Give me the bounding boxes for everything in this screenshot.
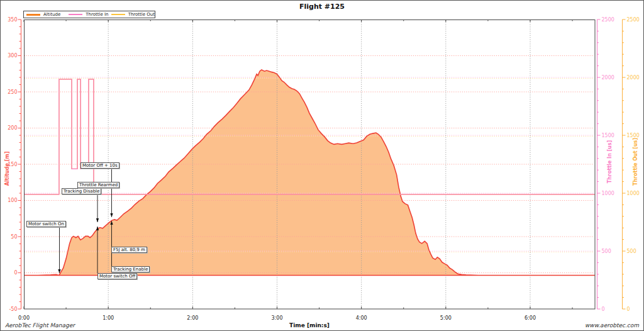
svg-text:1500: 1500: [602, 133, 614, 138]
svg-text:-50: -50: [9, 306, 17, 312]
svg-text:200: 200: [8, 125, 17, 131]
svg-text:6:00: 6:00: [525, 315, 536, 321]
throttle-in-axis-title: Throttle In [us]: [607, 140, 613, 183]
svg-text:500: 500: [627, 249, 636, 254]
altitude-axis-title: Altitude [m]: [4, 152, 10, 186]
annotation-f5j-alt-80-9-m: F5J alt. 80,9 m: [111, 247, 147, 253]
flight-manager-window: Flight #125 AltitudeThrottle InThrottle …: [0, 0, 644, 331]
svg-text:50: 50: [11, 234, 17, 240]
throttle-out-axis-title: Throttle Out [us]: [633, 138, 638, 186]
svg-text:0: 0: [627, 306, 630, 312]
svg-text:0: 0: [602, 306, 605, 312]
svg-text:2500: 2500: [602, 17, 614, 23]
svg-text:0:00: 0:00: [18, 315, 30, 321]
svg-text:0: 0: [14, 270, 17, 276]
website-label: www.aerobtec.com: [585, 322, 639, 328]
annotation-tracking-enable: Tracking Enable: [111, 266, 150, 272]
annotation-motor-switch-off: Motor switch Off: [97, 273, 137, 279]
svg-text:4:00: 4:00: [356, 315, 367, 321]
svg-text:1:00: 1:00: [103, 315, 114, 321]
svg-text:3:00: 3:00: [272, 315, 283, 321]
annotation-throttle-rearmed: Throttle Rearmed: [77, 182, 119, 188]
svg-text:1000: 1000: [627, 191, 640, 196]
svg-text:300: 300: [8, 53, 17, 59]
annotation-motor-off-10s: Motor Off + 10s: [80, 162, 119, 169]
svg-text:500: 500: [602, 249, 611, 254]
svg-text:2:00: 2:00: [187, 315, 198, 321]
time-axis-label: Time [min:s]: [1, 322, 618, 328]
svg-text:2500: 2500: [627, 17, 640, 23]
svg-text:250: 250: [8, 89, 17, 95]
annotation-motor-switch-on: Motor switch On: [26, 221, 66, 227]
svg-text:100: 100: [8, 198, 17, 203]
svg-text:350: 350: [8, 17, 17, 23]
svg-text:5:00: 5:00: [440, 315, 452, 321]
annotation-tracking-disable: Tracking Disable: [62, 188, 101, 194]
svg-text:2000: 2000: [602, 75, 614, 81]
svg-text:1000: 1000: [602, 191, 614, 196]
svg-text:2000: 2000: [627, 75, 640, 81]
